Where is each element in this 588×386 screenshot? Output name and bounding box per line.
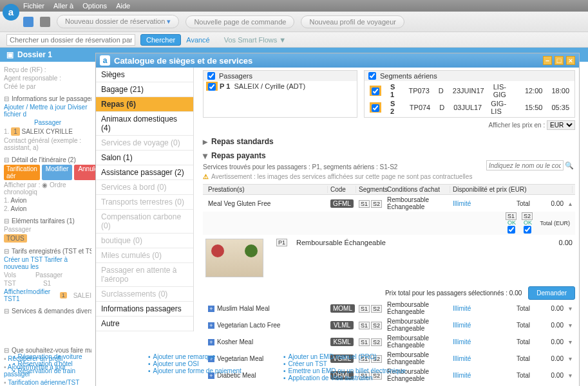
sidebar-item[interactable]: boutique (0): [96, 234, 193, 248]
search-input[interactable]: [6, 34, 135, 46]
sidebar-item[interactable]: Autre: [96, 317, 193, 331]
request-button[interactable]: Demander: [528, 286, 575, 300]
new-booking-button[interactable]: Nouveau dossier de réservation ▾: [57, 15, 179, 28]
quick-link[interactable]: ▪Emettre un EMD ou un billet électroniqu…: [283, 367, 419, 374]
modal-title: Catalogue de sièges et de services: [114, 56, 252, 66]
sidebar-item[interactable]: Assistance passager (2): [96, 165, 193, 180]
service-filter-input[interactable]: [486, 160, 564, 170]
service-row-open[interactable]: Meal Veg Gluten Free GFML S1S2 Remboursa…: [203, 195, 575, 212]
collapse-icon[interactable]: ▾: [203, 151, 207, 161]
collapse-icon[interactable]: ⊟: [4, 347, 9, 354]
seg-checkbox[interactable]: [372, 104, 379, 112]
seg-checkbox[interactable]: [372, 87, 379, 95]
currency-select[interactable]: EUR: [547, 120, 575, 130]
maximize-icon[interactable]: □: [555, 56, 564, 65]
chevron-up-icon[interactable]: ▴: [566, 200, 573, 207]
itin-row: Avion: [11, 197, 27, 204]
pax-name: SALEIX CYRILLE: [21, 128, 72, 135]
chevron-down-icon[interactable]: ▾: [566, 305, 573, 312]
close-icon[interactable]: ×: [566, 56, 575, 65]
collapse-icon[interactable]: ⊟: [4, 248, 9, 255]
modify-btn[interactable]: Modifier: [42, 165, 73, 180]
segments-panel: Segments aériens S 1TP073D23JUIN17LIS-GI…: [364, 70, 575, 118]
sidebar-item[interactable]: Transports terrestres (0): [96, 195, 193, 210]
services-table-header: Prestation(s) Code Segments Conditions d…: [203, 184, 575, 195]
service-categories-sidebar: SiègesBagage (21)Repas (6)Animaux domest…: [96, 68, 194, 331]
quick-link[interactable]: ▪Application de Visa australien: [283, 374, 419, 381]
passengers-panel: Passagers P 1 SALEIX / Cyrille (ADT): [203, 70, 357, 118]
quick-link[interactable]: ▪Ajouter une OSI: [148, 360, 283, 367]
seg-s1-checkbox[interactable]: [507, 226, 515, 234]
view-tst[interactable]: Afficher/modifier TST1: [4, 288, 53, 302]
select-all-seg[interactable]: [368, 72, 376, 80]
new-profile-button[interactable]: Nouveau profil de voyageur: [301, 15, 404, 28]
modal-titlebar: a Catalogue de sièges et de services – □…: [96, 53, 579, 68]
print-icon[interactable]: [40, 17, 50, 27]
expand-icon[interactable]: ▸: [203, 136, 207, 147]
dossier-icon: ▣: [6, 50, 14, 59]
sidebar-item[interactable]: Passager en attente à l'aéropo: [96, 263, 193, 287]
sidebar-item[interactable]: Surclassements (0): [96, 287, 193, 302]
quick-link[interactable]: ▪Créer un TST: [283, 360, 419, 367]
segment-row: S 1TP073D23JUIN17LIS-GIG12:0018:00: [367, 82, 572, 99]
menu-options[interactable]: Options: [82, 2, 107, 10]
quick-link[interactable]: ▪Réservation de voiture: [13, 353, 148, 360]
sidebar-item[interactable]: Animaux domestiques (4): [96, 112, 193, 136]
service-row[interactable]: +Muslim Halal MealMOMLS1S2Remboursable É…: [203, 300, 575, 317]
quick-link[interactable]: ▪Ajouter une forme de paiement: [148, 367, 283, 374]
pax-checkbox[interactable]: [208, 83, 216, 91]
collapse-icon[interactable]: ⊟: [4, 217, 9, 225]
per-segment-header: S1OK S2OK Total (EUR): [203, 212, 575, 235]
search-button[interactable]: Chercher: [140, 34, 181, 46]
seat-service-catalog-modal: a Catalogue de sièges et de services – □…: [95, 53, 580, 386]
pax-badge: 1: [11, 127, 20, 136]
pax-link[interactable]: Passager: [4, 119, 91, 126]
sidebar-item[interactable]: Repas (6): [96, 97, 193, 112]
seg-s2-checkbox[interactable]: [524, 226, 531, 234]
expand-icon[interactable]: +: [208, 339, 214, 345]
service-row[interactable]: +Vegetarian Lacto FreeVLMLS1S2Remboursab…: [203, 317, 575, 333]
collapse-icon[interactable]: ⊟: [4, 156, 9, 163]
search-icon[interactable]: 🔍: [565, 161, 574, 169]
sidebar-item[interactable]: Services de voyage (0): [96, 136, 193, 151]
tous-badge[interactable]: TOUS: [4, 234, 27, 243]
expand-icon[interactable]: +: [208, 306, 214, 312]
sidebar-item[interactable]: Compensation carbone (0): [96, 210, 193, 234]
menu-help[interactable]: Aide: [116, 2, 130, 10]
sidebar-item[interactable]: Informations passagers: [96, 302, 193, 317]
sidebar-item[interactable]: Services à bord (0): [96, 180, 193, 195]
sidebar-item[interactable]: Miles cumulés (0): [96, 248, 193, 263]
quick-link[interactable]: ▪Ajouter un EMD manuel (PRO): [283, 353, 419, 360]
quick-link[interactable]: ▪Réservation d'hôtel: [13, 360, 148, 367]
sidebar-item[interactable]: Bagage (21): [96, 82, 193, 97]
menu-file[interactable]: Fichier: [23, 2, 44, 10]
collapse-icon[interactable]: ⊟: [4, 308, 9, 315]
add-update-pax[interactable]: Ajouter / Mettre à jour: [4, 104, 66, 111]
dossier-title: Dossier 1: [17, 50, 52, 59]
sidebar-item[interactable]: Salon (1): [96, 151, 193, 165]
chevron-down-icon[interactable]: ▾: [566, 338, 573, 345]
smart-flows[interactable]: Vos Smart Flows ▼: [224, 36, 286, 44]
advanced-link[interactable]: Avancé: [186, 36, 210, 44]
recu-label: Reçu de (RF) :: [4, 66, 91, 73]
menu-goto[interactable]: Aller à: [53, 2, 73, 10]
warning-icon: ⚠: [203, 173, 209, 180]
left-panel: Reçu de (RF) : Agent responsable : Créé …: [0, 62, 95, 386]
info-pax-title: ⊟Informations sur le passager et le c: [4, 95, 91, 102]
tarif-air-btn[interactable]: Tarification aér: [4, 165, 40, 180]
services-title: ⊟Services & demandes diverses: [4, 308, 91, 315]
quick-link[interactable]: ▪Ajouter une remarque: [148, 353, 283, 360]
create-tst[interactable]: Créer un TST: [4, 256, 43, 263]
collapse-icon[interactable]: ⊟: [4, 95, 9, 102]
chevron-down-icon[interactable]: ▾: [566, 322, 573, 329]
quick-link[interactable]: ▪Réservation de train: [13, 367, 148, 374]
expand-icon[interactable]: +: [208, 322, 214, 329]
searchbar: Chercher Avancé Vos Smart Flows ▼: [0, 32, 588, 48]
minimize-icon[interactable]: –: [543, 56, 552, 65]
select-all-pax[interactable]: [207, 72, 215, 80]
new-command-button[interactable]: Nouvelle page de commande: [185, 15, 294, 28]
service-detail: P1 Remboursable Échangeable 0.00: [203, 235, 575, 281]
sidebar-item[interactable]: Sièges: [96, 68, 193, 82]
save-icon[interactable]: [23, 17, 33, 27]
service-row[interactable]: +Kosher MealKSMLS1S2Remboursable Échange…: [203, 333, 575, 350]
